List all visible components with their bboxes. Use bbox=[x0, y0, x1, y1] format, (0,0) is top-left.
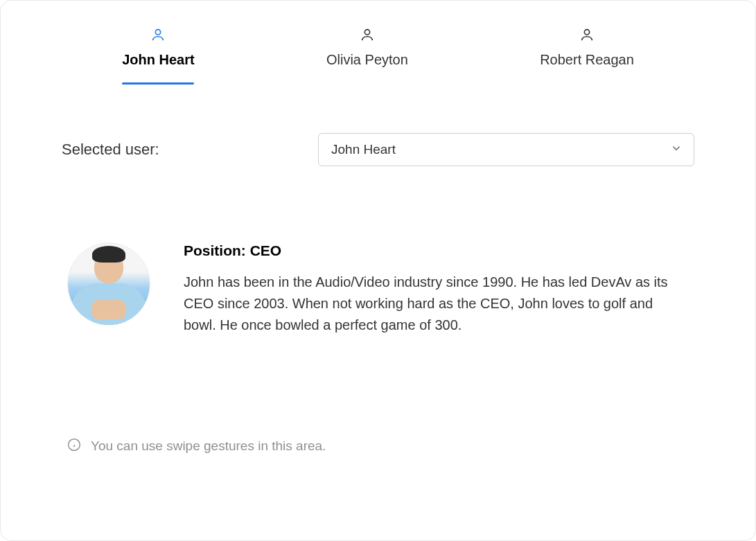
user-select[interactable]: John Heart bbox=[318, 133, 694, 166]
info-icon bbox=[67, 438, 81, 454]
card-container: John Heart Olivia Peyton Robert Reagan S… bbox=[0, 0, 756, 541]
user-icon bbox=[150, 27, 166, 45]
profile-notes: John has been in the Audio/Video industr… bbox=[184, 272, 689, 336]
profile-text: Position: CEO John has been in the Audio… bbox=[184, 242, 689, 336]
user-icon bbox=[579, 27, 595, 45]
chevron-down-icon bbox=[670, 142, 683, 158]
hint-row: You can use swipe gestures in this area. bbox=[67, 438, 326, 454]
select-value: John Heart bbox=[331, 142, 396, 157]
tab-label: Olivia Peyton bbox=[326, 52, 408, 68]
svg-point-1 bbox=[364, 30, 369, 35]
profile-position: Position: CEO bbox=[184, 242, 689, 259]
tab-olivia-peyton[interactable]: Olivia Peyton bbox=[313, 27, 422, 85]
tab-robert-reagan[interactable]: Robert Reagan bbox=[526, 27, 648, 85]
user-icon bbox=[360, 27, 375, 45]
tab-label: John Heart bbox=[122, 52, 194, 68]
avatar bbox=[67, 242, 150, 326]
svg-point-0 bbox=[156, 30, 161, 35]
tab-label: Robert Reagan bbox=[540, 52, 634, 68]
svg-point-2 bbox=[584, 30, 589, 35]
tab-bar: John Heart Olivia Peyton Robert Reagan bbox=[1, 27, 755, 85]
hint-text: You can use swipe gestures in this area. bbox=[91, 438, 326, 454]
selector-label: Selected user: bbox=[62, 141, 318, 159]
profile-section: Position: CEO John has been in the Audio… bbox=[1, 242, 755, 336]
tab-john-heart[interactable]: John Heart bbox=[108, 27, 208, 85]
selector-row: Selected user: John Heart bbox=[1, 133, 755, 166]
